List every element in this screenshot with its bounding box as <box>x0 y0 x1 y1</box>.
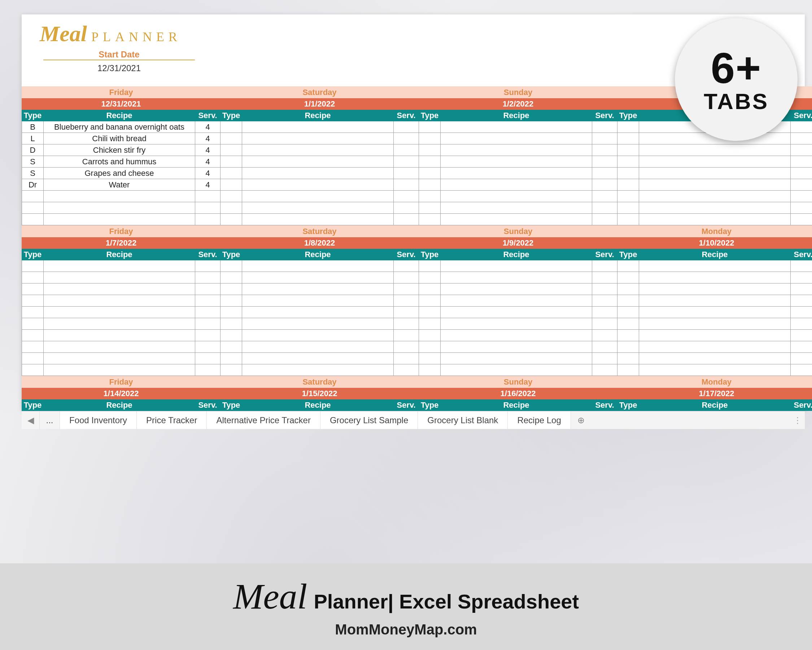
cell-recipe[interactable] <box>242 272 394 283</box>
cell-type[interactable] <box>618 144 639 156</box>
cell-recipe[interactable] <box>242 168 394 179</box>
cell-type[interactable] <box>220 341 242 353</box>
cell-type[interactable] <box>220 318 242 330</box>
cell-serv[interactable] <box>394 353 419 364</box>
cell-type[interactable] <box>618 156 639 168</box>
cell-serv[interactable] <box>592 330 618 341</box>
cell-recipe[interactable] <box>639 202 791 214</box>
cell-type[interactable] <box>419 179 441 191</box>
cell-recipe[interactable] <box>242 191 394 202</box>
cell-serv[interactable] <box>195 364 220 376</box>
sheet-tab[interactable]: Grocery List Sample <box>321 411 418 429</box>
cell-type[interactable] <box>22 260 44 272</box>
cell-type[interactable]: L <box>22 133 44 144</box>
cell-serv[interactable] <box>791 295 812 307</box>
cell-type[interactable] <box>22 341 44 353</box>
cell-serv[interactable] <box>394 318 419 330</box>
cell-serv[interactable] <box>791 330 812 341</box>
cell-recipe[interactable] <box>441 307 592 318</box>
cell-type[interactable] <box>618 272 639 283</box>
cell-serv[interactable] <box>791 202 812 214</box>
cell-serv[interactable] <box>592 168 618 179</box>
cell-type[interactable] <box>618 260 639 272</box>
sheet-tab[interactable]: Food Inventory <box>60 411 137 429</box>
cell-recipe[interactable]: Water <box>44 179 195 191</box>
cell-recipe[interactable] <box>44 260 195 272</box>
cell-recipe[interactable] <box>242 179 394 191</box>
cell-type[interactable] <box>220 133 242 144</box>
sheet-tab[interactable]: Alternative Price Tracker <box>207 411 320 429</box>
cell-recipe[interactable] <box>44 272 195 283</box>
cell-type[interactable] <box>419 260 441 272</box>
cell-type[interactable] <box>220 168 242 179</box>
cell-recipe[interactable] <box>44 307 195 318</box>
cell-serv[interactable] <box>394 364 419 376</box>
cell-recipe[interactable] <box>44 364 195 376</box>
tab-menu-icon[interactable]: ⋮ <box>791 415 805 425</box>
cell-serv[interactable] <box>394 202 419 214</box>
cell-type[interactable] <box>419 191 441 202</box>
cell-recipe[interactable] <box>44 330 195 341</box>
cell-serv[interactable] <box>592 156 618 168</box>
cell-recipe[interactable] <box>44 283 195 295</box>
cell-recipe[interactable] <box>639 318 791 330</box>
cell-type[interactable] <box>22 295 44 307</box>
cell-serv[interactable] <box>394 144 419 156</box>
cell-serv[interactable] <box>791 283 812 295</box>
cell-serv[interactable]: 4 <box>195 179 220 191</box>
cell-serv[interactable] <box>592 133 618 144</box>
cell-serv[interactable] <box>592 272 618 283</box>
cell-type[interactable]: B <box>22 121 44 133</box>
cell-serv[interactable]: 4 <box>195 156 220 168</box>
start-date-value[interactable]: 12/31/2021 <box>43 62 195 74</box>
cell-type[interactable] <box>618 202 639 214</box>
cell-serv[interactable] <box>394 295 419 307</box>
cell-recipe[interactable] <box>441 214 592 225</box>
cell-type[interactable] <box>22 364 44 376</box>
cell-serv[interactable] <box>592 318 618 330</box>
cell-type[interactable] <box>618 353 639 364</box>
cell-type[interactable] <box>220 179 242 191</box>
cell-type[interactable] <box>618 318 639 330</box>
cell-serv[interactable] <box>394 283 419 295</box>
cell-type[interactable] <box>22 307 44 318</box>
cell-serv[interactable] <box>195 318 220 330</box>
cell-recipe[interactable] <box>242 353 394 364</box>
cell-type[interactable]: Dr <box>22 179 44 191</box>
cell-type[interactable] <box>220 156 242 168</box>
cell-type[interactable]: S <box>22 168 44 179</box>
cell-recipe[interactable] <box>639 341 791 353</box>
cell-recipe[interactable] <box>639 364 791 376</box>
cell-type[interactable] <box>22 272 44 283</box>
cell-type[interactable] <box>22 318 44 330</box>
cell-recipe[interactable] <box>242 260 394 272</box>
cell-serv[interactable] <box>791 156 812 168</box>
cell-recipe[interactable] <box>242 283 394 295</box>
cell-recipe[interactable] <box>441 341 592 353</box>
cell-serv[interactable] <box>791 272 812 283</box>
cell-type[interactable] <box>419 133 441 144</box>
cell-type[interactable] <box>419 168 441 179</box>
cell-recipe[interactable] <box>441 121 592 133</box>
cell-recipe[interactable] <box>242 341 394 353</box>
cell-type[interactable] <box>419 202 441 214</box>
sheet-tab[interactable]: Grocery List Blank <box>418 411 508 429</box>
cell-recipe[interactable] <box>441 295 592 307</box>
cell-type[interactable] <box>618 307 639 318</box>
cell-type[interactable] <box>22 353 44 364</box>
cell-serv[interactable] <box>394 133 419 144</box>
cell-serv[interactable] <box>791 364 812 376</box>
cell-type[interactable] <box>220 272 242 283</box>
cell-recipe[interactable] <box>44 191 195 202</box>
cell-recipe[interactable] <box>639 191 791 202</box>
cell-type[interactable] <box>419 341 441 353</box>
cell-type[interactable] <box>220 307 242 318</box>
cell-serv[interactable] <box>195 353 220 364</box>
cell-type[interactable] <box>220 353 242 364</box>
cell-serv[interactable] <box>592 283 618 295</box>
cell-recipe[interactable] <box>441 318 592 330</box>
cell-recipe[interactable] <box>441 179 592 191</box>
cell-type[interactable] <box>419 318 441 330</box>
cell-recipe[interactable]: Chicken stir fry <box>44 144 195 156</box>
cell-serv[interactable] <box>394 121 419 133</box>
